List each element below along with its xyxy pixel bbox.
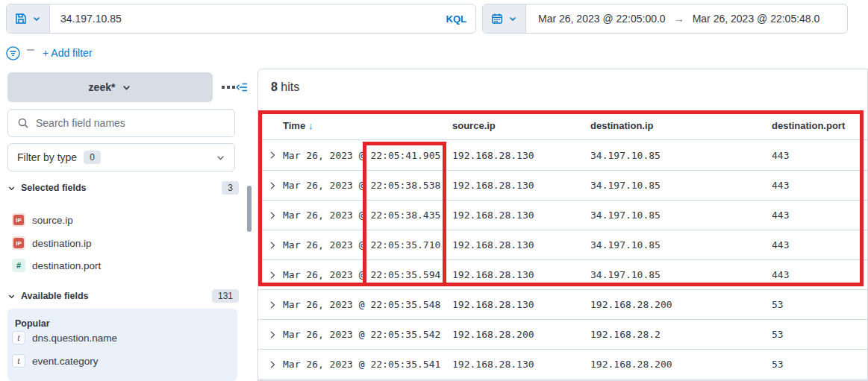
cell-destination-ip: 34.197.10.85: [590, 150, 772, 161]
selected-fields-count-badge: 3: [222, 181, 239, 195]
cell-time: Mar 26, 2023 @ 22:05:35.594: [283, 269, 452, 280]
ip-token-icon: IP: [12, 213, 25, 227]
field-name: destination.ip: [32, 238, 92, 249]
ip-token-icon: IP: [12, 236, 25, 250]
column-header-source-ip[interactable]: source.ip: [452, 120, 590, 131]
cell-destination-port: 53: [772, 299, 867, 310]
cell-destination-port: 443: [772, 150, 867, 161]
expand-row-icon[interactable]: [268, 241, 283, 250]
available-fields-label: Available fields: [21, 291, 89, 301]
query-bar: 34.197.10.85 KQL: [6, 4, 476, 34]
column-header-destination-port[interactable]: destination.port: [772, 120, 867, 131]
available-fields-section-header[interactable]: Available fields 131: [7, 289, 239, 303]
cell-source-ip: 192.168.28.130: [452, 180, 590, 191]
field-name: event.category: [32, 356, 99, 367]
index-pattern-label: zeek*: [89, 81, 116, 93]
hits-count: 8 hits: [271, 81, 299, 94]
boxes-horizontal-icon[interactable]: [222, 86, 235, 89]
column-header-time[interactable]: Time↓: [283, 120, 452, 131]
time-range-start: Mar 26, 2023 @ 22:05:00.0: [538, 13, 666, 25]
chevron-down-icon: [7, 292, 16, 300]
filter-funnel-icon[interactable]: [6, 46, 20, 60]
time-picker: Mar 26, 2023 @ 22:05:00.0 → Mar 26, 2023…: [482, 4, 848, 34]
table-row[interactable]: Mar 26, 2023 @ 22:05:35.541 192.168.28.1…: [258, 349, 867, 379]
field-name: destination.port: [32, 260, 101, 271]
sidebar-scrollbar[interactable]: [247, 186, 252, 232]
field-item-destination-ip[interactable]: IP destination.ip: [12, 236, 92, 250]
cell-time: Mar 26, 2023 @ 22:05:38.538: [283, 180, 452, 191]
cell-source-ip: 192.168.28.130: [452, 269, 590, 280]
string-token-icon: t: [12, 331, 25, 344]
cell-destination-port: 443: [772, 269, 867, 280]
cell-time: Mar 26, 2023 @ 22:05:35.710: [283, 239, 452, 251]
cell-destination-ip: 34.197.10.85: [590, 269, 772, 280]
field-name: source.ip: [32, 215, 73, 226]
hits-label: hits: [281, 81, 299, 93]
expand-row-icon[interactable]: [268, 271, 283, 280]
field-name: dns.question.name: [32, 333, 117, 344]
dash-icon: [27, 49, 34, 51]
cell-time: Mar 26, 2023 @ 22:05:35.541: [283, 359, 452, 370]
collapse-sidebar-icon[interactable]: [236, 81, 248, 93]
cell-destination-port: 443: [772, 239, 867, 251]
discover-results-panel: 8 hits Time↓ source.ip destination.ip de…: [257, 69, 868, 381]
cell-time: Mar 26, 2023 @ 22:05:38.435: [283, 210, 452, 221]
expand-row-icon[interactable]: [268, 211, 283, 220]
expand-row-icon[interactable]: [268, 300, 283, 309]
query-input[interactable]: 34.197.10.85: [50, 4, 446, 33]
cell-destination-ip: 34.197.10.85: [590, 180, 772, 191]
expand-row-icon[interactable]: [268, 330, 283, 339]
cell-destination-ip: 192.168.28.200: [590, 299, 772, 310]
cell-destination-ip: 34.197.10.85: [590, 210, 772, 221]
cell-time: Mar 26, 2023 @ 22:05:35.542: [283, 329, 452, 340]
cell-destination-port: 443: [772, 180, 867, 191]
table-row[interactable]: Mar 26, 2023 @ 22:05:35.710 192.168.28.1…: [258, 230, 867, 259]
query-language-badge[interactable]: KQL: [446, 4, 475, 33]
cell-destination-port: 443: [772, 210, 867, 221]
cell-time: Mar 26, 2023 @ 22:05:35.548: [283, 299, 452, 310]
table-row[interactable]: Mar 26, 2023 @ 22:05:41.905 192.168.28.1…: [258, 140, 867, 170]
chevron-down-icon: [32, 14, 41, 23]
field-item-event-category[interactable]: t event.category: [12, 354, 99, 368]
table-row[interactable]: Mar 26, 2023 @ 22:05:38.435 192.168.28.1…: [258, 200, 867, 230]
time-range-arrow-icon: →: [674, 13, 684, 25]
table-header-row: Time↓ source.ip destination.ip destinati…: [258, 111, 867, 140]
cell-source-ip: 192.168.28.200: [452, 329, 590, 340]
table-row[interactable]: Mar 26, 2023 @ 22:05:38.538 192.168.28.1…: [258, 170, 867, 200]
field-item-source-ip[interactable]: IP source.ip: [12, 213, 73, 227]
chevron-down-icon: [508, 14, 517, 23]
selected-fields-label: Selected fields: [21, 183, 87, 193]
cell-destination-ip: 34.197.10.85: [590, 239, 772, 251]
date-picker-menu-button[interactable]: [483, 4, 526, 33]
chevron-down-icon: [216, 153, 225, 163]
cell-source-ip: 192.168.28.130: [452, 359, 590, 370]
saved-query-menu-button[interactable]: [7, 4, 50, 33]
search-field-names-input[interactable]: Search field names: [7, 109, 235, 137]
field-item-destination-port[interactable]: # destination.port: [12, 259, 101, 272]
table-row[interactable]: Mar 26, 2023 @ 22:05:35.548 192.168.28.1…: [258, 289, 867, 319]
calendar-icon: [491, 13, 503, 25]
table-row[interactable]: Mar 26, 2023 @ 22:05:35.542 192.168.28.2…: [258, 319, 867, 349]
table-row[interactable]: Mar 26, 2023 @ 22:05:35.594 192.168.28.1…: [258, 259, 867, 289]
time-range[interactable]: Mar 26, 2023 @ 22:05:00.0 → Mar 26, 2023…: [526, 4, 847, 33]
cell-source-ip: 192.168.28.130: [452, 210, 590, 221]
time-range-end: Mar 26, 2023 @ 22:05:48.0: [693, 13, 820, 25]
field-item-dns-question-name[interactable]: t dns.question.name: [12, 331, 117, 344]
sort-descending-icon[interactable]: ↓: [308, 120, 313, 131]
expand-row-icon[interactable]: [268, 151, 283, 160]
cell-source-ip: 192.168.28.130: [452, 150, 590, 161]
cell-source-ip: 192.168.28.130: [452, 299, 590, 310]
filter-by-type-button[interactable]: Filter by type 0: [7, 143, 235, 171]
save-icon: [15, 13, 27, 25]
selected-fields-section-header[interactable]: Selected fields 3: [7, 181, 239, 195]
documents-table: Time↓ source.ip destination.ip destinati…: [258, 111, 867, 380]
add-filter-button[interactable]: + Add filter: [43, 47, 93, 59]
expand-row-icon[interactable]: [268, 360, 283, 369]
column-header-destination-ip[interactable]: destination.ip: [590, 120, 772, 131]
filter-by-type-count-badge: 0: [84, 151, 101, 164]
expand-row-icon[interactable]: [268, 181, 283, 190]
cell-destination-port: 53: [772, 329, 867, 340]
index-pattern-switcher[interactable]: zeek*: [7, 72, 213, 102]
filter-by-type-label: Filter by type: [17, 151, 77, 163]
number-token-icon: #: [12, 259, 25, 272]
